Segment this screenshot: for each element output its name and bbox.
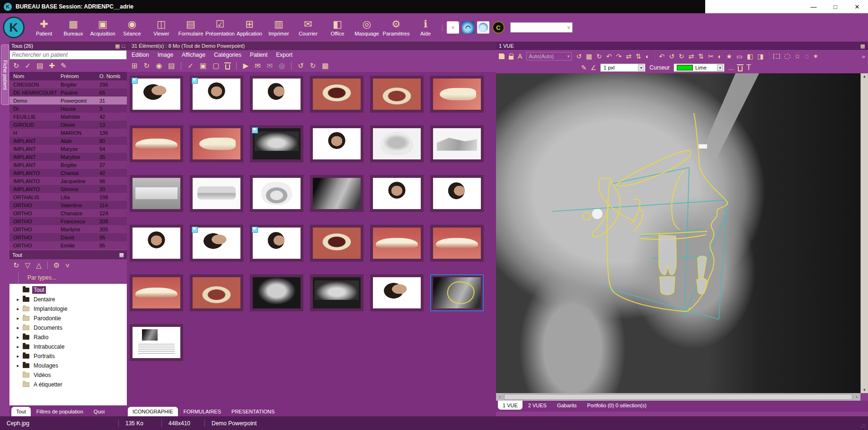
toolbar-item-imprimer[interactable]: ▥Imprimer xyxy=(264,15,293,40)
font-icon[interactable]: A xyxy=(518,53,522,60)
tree-item-vidos[interactable]: Vidéos xyxy=(9,370,127,380)
column-nom[interactable]: Nom xyxy=(9,73,61,79)
text-tool-icon[interactable]: T xyxy=(746,63,751,72)
tab-formulaires[interactable]: FORMULAIRES xyxy=(179,407,226,416)
tile-icon[interactable]: ⊞ xyxy=(132,61,138,70)
toolbar-item-application[interactable]: ⊞Application xyxy=(235,15,264,40)
patient-row[interactable]: DE HEMRICOURTPauline65 xyxy=(9,88,127,97)
enhance-icon[interactable]: ★ xyxy=(726,53,732,60)
rotate-left2-icon[interactable]: ↺ xyxy=(669,53,674,60)
thumbnail-if[interactable] xyxy=(430,225,484,262)
lasso-icon[interactable]: ◌ xyxy=(805,53,808,60)
palette2-icon[interactable]: ◐ xyxy=(718,53,722,60)
check-circle-icon[interactable]: ✓ xyxy=(187,61,194,70)
image-settings-icon[interactable]: ◨ xyxy=(757,53,763,60)
thumbnail-if[interactable] xyxy=(370,225,424,262)
patient-row[interactable]: ORTHOFrancesca208 xyxy=(9,217,127,225)
add-patient-icon[interactable]: ✚ xyxy=(49,61,55,70)
toolbar-item-patient[interactable]: ✚Patient xyxy=(29,15,59,40)
thumbnail-pan[interactable] xyxy=(250,125,303,162)
filter-type-icon[interactable]: △ xyxy=(36,261,42,270)
palette-icon[interactable]: ◐ xyxy=(646,53,649,60)
grid-view-icon[interactable]: ▦ xyxy=(115,43,120,49)
patient-row[interactable]: FEUILLIEMathilde42 xyxy=(9,113,127,121)
grid-icon[interactable]: ▦ xyxy=(119,252,124,258)
patient-row[interactable]: ORTHOEmilie95 xyxy=(9,241,127,249)
expand-arrow-icon[interactable]: ► xyxy=(16,345,20,349)
refresh-icon[interactable]: ↻ xyxy=(13,261,19,270)
thumbnail-ol[interactable] xyxy=(190,274,243,311)
rotate-90r-icon[interactable]: ↷ xyxy=(616,53,622,60)
thumbnail-if[interactable] xyxy=(130,274,183,311)
crop-icon[interactable]: ✂ xyxy=(708,53,714,60)
thumbnail-pf[interactable] xyxy=(310,125,363,162)
marquee-star-icon[interactable]: ☆ xyxy=(795,53,801,60)
zoom-combo[interactable]: Auto(Auto)▾ xyxy=(526,52,572,61)
toolbar-combobox[interactable]: ˅ xyxy=(510,22,573,33)
flip-v-icon[interactable]: ⇅ xyxy=(636,53,641,60)
ceph-image-canvas[interactable] xyxy=(496,73,860,393)
thumbnail-cf[interactable] xyxy=(190,175,243,212)
check-circle-icon[interactable]: ✓ xyxy=(25,61,31,70)
magic-wand-icon[interactable]: ✶ xyxy=(813,53,818,60)
expand-arrow-icon[interactable]: ► xyxy=(16,307,20,311)
trash-icon[interactable] xyxy=(738,66,743,71)
scroll-up-arrow[interactable]: ▲ xyxy=(863,74,867,79)
scrollbar-thumb[interactable] xyxy=(504,394,852,400)
menu-edition[interactable]: Edition xyxy=(132,52,149,58)
toolbar-item-aide[interactable]: ℹAide xyxy=(411,15,440,40)
patient-row[interactable]: DemoPowerpoint31 xyxy=(9,97,127,105)
tree-item-atiquetter[interactable]: A étiquetter xyxy=(9,380,127,389)
c-app-disabled-icon[interactable]: ◎ xyxy=(279,61,285,70)
overflow-chevron-icon[interactable]: » xyxy=(862,53,865,60)
patient-row[interactable]: Dr.House3 xyxy=(9,105,127,113)
close-button[interactable]: ✕ xyxy=(846,0,868,13)
video-icon[interactable]: ▶ xyxy=(243,61,248,70)
delete-icon[interactable] xyxy=(225,64,230,70)
grid-icon[interactable]: ▦ xyxy=(322,61,328,70)
tree-item-radio[interactable]: ►Radio xyxy=(9,333,127,342)
thumbnail-p34[interactable] xyxy=(250,225,303,262)
tab-filtresdepopulation[interactable]: Filtres de population xyxy=(32,407,88,416)
thumbnail-cs[interactable] xyxy=(430,125,484,162)
column-nomb[interactable]: O. Nomb xyxy=(99,73,127,79)
layout-grid-icon[interactable]: ▦ xyxy=(860,43,865,49)
tree-item-parodontie[interactable]: ►Parodontie xyxy=(9,314,127,323)
thumbnail-xf[interactable] xyxy=(250,274,303,311)
expand-arrow-icon[interactable]: ► xyxy=(16,316,20,321)
toolbar-item-prsentation[interactable]: ☑Présentation xyxy=(205,15,235,40)
thumbnail-doc[interactable] xyxy=(130,324,183,361)
minimize-button[interactable]: — xyxy=(803,0,824,13)
tab-gabarits[interactable]: Gabarits xyxy=(552,401,582,410)
tree-item-intrabuccale[interactable]: ►Intrabuccale xyxy=(9,342,127,351)
expand-arrow-icon[interactable]: ► xyxy=(16,354,20,359)
menu-export[interactable]: Export xyxy=(276,52,292,58)
thumbnail-ou[interactable] xyxy=(310,76,363,113)
thumbnail-pp[interactable] xyxy=(190,225,243,262)
patient-row[interactable]: ORTHOValentine114 xyxy=(9,201,127,209)
frame-icon[interactable]: ▭ xyxy=(736,53,743,60)
pencil-icon[interactable]: ✎ xyxy=(581,64,587,71)
records-icon[interactable]: ▤ xyxy=(36,61,43,70)
vertical-scrollbar[interactable]: ▲ ▼ xyxy=(860,73,868,393)
thumbnail-pp[interactable] xyxy=(370,274,424,311)
paste-icon[interactable]: ▢ xyxy=(213,61,219,70)
tree-item-moulages[interactable]: ►Moulages xyxy=(9,361,127,370)
resize-grip[interactable]: .:: xyxy=(861,423,866,428)
patient-row[interactable]: ORTHALISLilia198 xyxy=(9,193,127,201)
save-icon[interactable] xyxy=(499,53,505,59)
angle-measure-icon[interactable]: ∠ xyxy=(591,64,597,71)
tree-item-documents[interactable]: ►Documents xyxy=(9,323,127,333)
thumbnail-ol[interactable] xyxy=(370,76,424,113)
detail-view-icon[interactable]: □ xyxy=(122,43,125,49)
thumbnail-pan[interactable] xyxy=(310,274,363,311)
patient-row[interactable]: GIROUDOlivier13 xyxy=(9,121,127,129)
thumbnail-xl[interactable] xyxy=(310,175,363,212)
copy-icon[interactable]: ▣ xyxy=(200,61,206,70)
menu-catgories[interactable]: Catégories xyxy=(214,52,241,58)
preview-icon[interactable]: ◉ xyxy=(156,61,162,70)
cursor-color-combo[interactable]: Lime ▾ xyxy=(673,63,725,72)
undo-icon[interactable]: ↶ xyxy=(659,53,664,60)
tree-item-tout[interactable]: Tout xyxy=(9,285,127,295)
more-button[interactable]: ... xyxy=(728,64,734,71)
